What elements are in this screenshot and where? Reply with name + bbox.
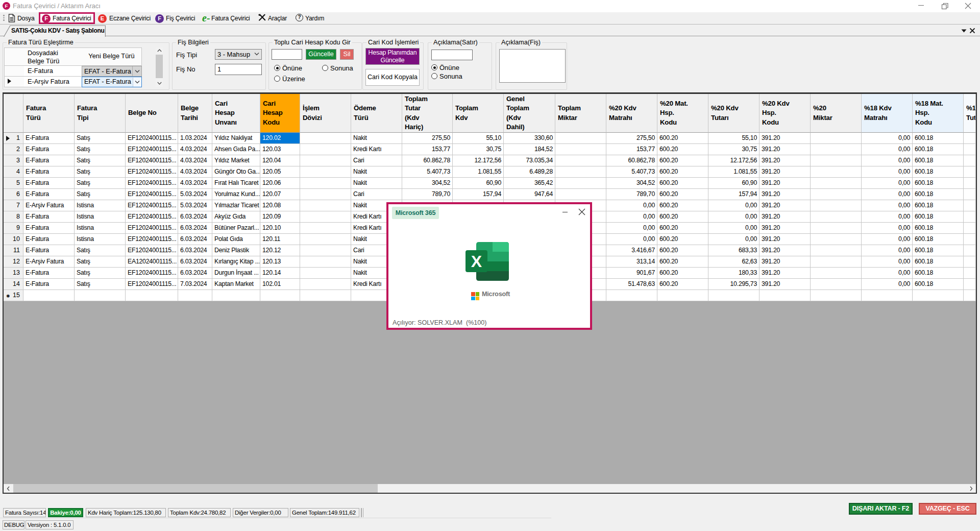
svg-text:X: X <box>471 252 482 271</box>
